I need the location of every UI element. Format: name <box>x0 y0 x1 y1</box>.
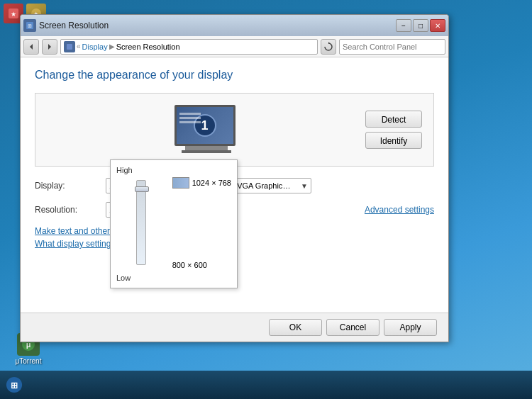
advanced-settings-link[interactable]: Advanced settings <box>365 205 434 215</box>
utorrent-label: μTorrent <box>16 357 42 365</box>
svg-marker-9 <box>48 44 51 50</box>
svg-marker-8 <box>30 44 33 50</box>
control-panel-icon <box>64 41 75 52</box>
svg-text:★: ★ <box>11 11 16 18</box>
search-box[interactable] <box>339 39 445 55</box>
window-title: Screen Resolution <box>39 21 396 30</box>
search-input[interactable] <box>343 43 440 51</box>
slider-resolution-high: 1024 × 768 <box>172 177 231 189</box>
window-controls: − □ ✕ <box>396 19 445 32</box>
breadcrumb-current: Screen Resolution <box>116 43 180 51</box>
monitor-lines <box>179 113 201 125</box>
bottom-bar: OK Cancel Apply <box>21 313 448 342</box>
close-button[interactable]: ✕ <box>430 19 445 32</box>
detect-button[interactable]: Detect <box>365 111 422 128</box>
breadcrumb-arrow1: « <box>77 43 81 50</box>
refresh-button[interactable] <box>321 39 336 55</box>
monitor-area: 1 Detect Identify <box>35 93 434 167</box>
slider-track[interactable] <box>136 180 146 265</box>
forward-button[interactable] <box>42 39 57 55</box>
slider-resolution-low: 800 × 600 <box>172 261 231 269</box>
identify-button[interactable]: Identify <box>365 132 422 149</box>
svg-text:⊞: ⊞ <box>28 23 32 28</box>
display-label: Display: <box>35 181 106 191</box>
breadcrumb: « Display ▶ Screen Resolution <box>60 39 318 55</box>
svg-text:⊞: ⊞ <box>11 381 18 390</box>
slider-icon-high <box>172 177 189 189</box>
breadcrumb-sep: ▶ <box>109 43 115 50</box>
breadcrumb-display[interactable]: Display <box>82 43 108 51</box>
svg-marker-11 <box>328 42 331 44</box>
title-bar-icon: ⊞ <box>23 19 36 32</box>
cancel-button[interactable]: Cancel <box>326 319 379 336</box>
resolution-slider-dropdown: High 1024 × 768 800 × 600 Low <box>110 159 238 288</box>
taskbar-start[interactable]: ⊞ <box>1 372 27 398</box>
slider-low-label: Low <box>116 274 231 282</box>
maximize-button[interactable]: □ <box>413 19 428 32</box>
monitor-screen: 1 <box>174 105 235 146</box>
resolution-label: Resolution: <box>35 205 106 215</box>
ok-button[interactable]: OK <box>269 319 322 336</box>
desktop: ★ ✦ μ μTorrent ⊞ Screen Resolution − □ ✕ <box>0 0 532 399</box>
apply-button[interactable]: Apply <box>384 319 437 336</box>
title-bar: ⊞ Screen Resolution − □ ✕ <box>21 15 448 36</box>
monitor-icon: 1 <box>174 105 238 154</box>
minimize-button[interactable]: − <box>396 19 411 32</box>
display-dropdown-arrow: ▼ <box>301 182 308 190</box>
detect-identify-buttons: Detect Identify <box>365 111 422 149</box>
slider-thumb[interactable] <box>135 186 149 192</box>
taskbar: ⊞ <box>0 371 532 399</box>
back-button[interactable] <box>23 39 39 55</box>
slider-low-resolution: 800 × 600 <box>172 261 207 269</box>
slider-resolution-labels: 1024 × 768 800 × 600 <box>172 177 231 269</box>
svg-rect-10 <box>67 44 72 50</box>
slider-high-resolution: 1024 × 768 <box>192 179 231 187</box>
slider-high-label: High <box>116 166 231 174</box>
page-title: Change the appearance of your display <box>35 69 434 82</box>
monitor-container: 1 <box>47 105 365 154</box>
slider-container: 1024 × 768 800 × 600 <box>116 177 231 269</box>
monitor-foot <box>182 150 231 153</box>
address-bar: « Display ▶ Screen Resolution <box>21 36 448 57</box>
